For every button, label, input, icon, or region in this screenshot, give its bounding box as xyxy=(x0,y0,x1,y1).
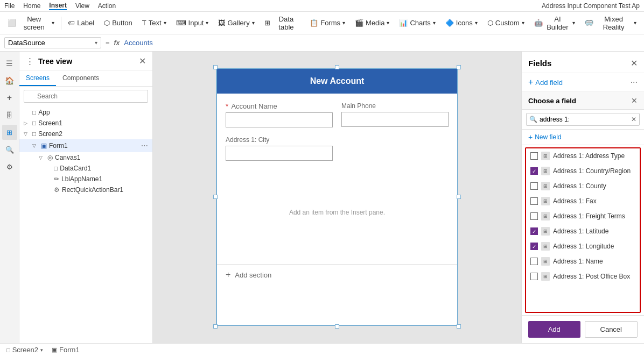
menu-insert[interactable]: Insert xyxy=(49,2,67,10)
panel-close-icon[interactable]: ✕ xyxy=(631,58,638,68)
tree-item-canvas1[interactable]: ▽ ◎ Canvas1 xyxy=(19,152,152,163)
tree-item-form1[interactable]: ▽ ▣ Form1 ··· xyxy=(19,139,152,152)
field-search-container: 🔍 ✕ xyxy=(522,110,644,130)
tree-item-screen1[interactable]: ▷ □ Screen1 xyxy=(19,118,152,129)
forms-chevron: ▾ xyxy=(342,20,345,26)
field-item-county[interactable]: ⊞ Address 1: County xyxy=(526,179,640,194)
custom-label: Custom xyxy=(495,19,520,27)
field-item-fax[interactable]: ⊞ Address 1: Fax xyxy=(526,194,640,209)
form-header: New Account xyxy=(217,69,457,94)
menu-home[interactable]: Home xyxy=(23,2,40,10)
input-button[interactable]: ⌨ Input ▾ xyxy=(172,17,213,29)
new-screen-button[interactable]: ⬜ New screen ▾ xyxy=(3,13,59,33)
add-button[interactable]: Add xyxy=(528,321,580,338)
sidebar-close-icon[interactable]: ✕ xyxy=(139,56,146,66)
main-layout: ☰ 🏠 + 🗄 ⊞ 🔍 ⚙ ⋮ Tree view ✕ Screens Comp… xyxy=(0,52,644,343)
form1-label: Form1 xyxy=(49,142,139,149)
strip-home-icon[interactable]: 🏠 xyxy=(2,73,17,88)
field-search-input[interactable] xyxy=(526,113,640,126)
data-table-button[interactable]: ⊞ Data table xyxy=(260,13,305,33)
tree-item-rectquick[interactable]: ⚙ RectQuickActionBar1 xyxy=(19,184,152,195)
field-list: ⊞ Address 1: Address Type ✓ ⊞ Address 1:… xyxy=(525,147,641,313)
field-checkbox-fax[interactable] xyxy=(530,197,538,205)
field-item-freight-terms[interactable]: ⊞ Address 1: Freight Terms xyxy=(526,209,640,224)
mixed-reality-button[interactable]: 🥽 Mixed Reality ▾ xyxy=(580,13,641,33)
status-screen[interactable]: □ Screen2 ▾ xyxy=(6,346,43,354)
account-name-input[interactable] xyxy=(226,112,333,127)
field-type-icon-5: ⊞ xyxy=(541,212,550,220)
field-label-county: Address 1: County xyxy=(553,182,606,190)
datasource-dropdown[interactable]: DataSource ▾ xyxy=(4,37,101,48)
tree-item-lblappname1[interactable]: ✏ LblAppName1 xyxy=(19,174,152,184)
tree-item-app[interactable]: □ App xyxy=(19,107,152,118)
main-phone-label: Main Phone xyxy=(341,102,449,110)
tab-components[interactable]: Components xyxy=(56,71,106,86)
cancel-button[interactable]: Cancel xyxy=(585,321,638,338)
choose-field-close-icon[interactable]: ✕ xyxy=(631,96,638,105)
field-checkbox-post-office-box[interactable] xyxy=(530,273,538,280)
strip-search-icon[interactable]: 🔍 xyxy=(2,142,17,157)
field-checkbox-county[interactable] xyxy=(530,182,538,190)
button-label: Button xyxy=(112,19,132,27)
strip-settings-icon[interactable]: ⚙ xyxy=(2,159,17,174)
custom-button[interactable]: ⬡ Custom ▾ xyxy=(483,17,529,29)
field-label-address-type: Address 1: Address Type xyxy=(553,152,625,160)
canvas-area: New Account * Account Name Main Phone xyxy=(153,52,521,343)
add-field-more-icon[interactable]: ··· xyxy=(631,77,638,87)
tab-screens[interactable]: Screens xyxy=(19,71,56,86)
field-item-name[interactable]: ⊞ Address 1: Name xyxy=(526,254,640,269)
menu-action[interactable]: Action xyxy=(98,2,116,10)
main-phone-input[interactable] xyxy=(341,112,449,127)
charts-button[interactable]: 📊 Charts ▾ xyxy=(395,17,439,29)
strip-database-icon[interactable]: 🗄 xyxy=(2,108,17,123)
field-checkbox-country-region[interactable]: ✓ xyxy=(530,167,538,175)
field-item-country-region[interactable]: ✓ ⊞ Address 1: Country/Region xyxy=(526,163,640,179)
address-city-input[interactable] xyxy=(226,146,333,161)
media-button[interactable]: 🎬 Media ▾ xyxy=(351,17,394,29)
menu-file[interactable]: File xyxy=(4,2,15,10)
text-button[interactable]: T Text ▾ xyxy=(138,17,171,29)
sidebar: ⋮ Tree view ✕ Screens Components □ App ▷… xyxy=(19,52,153,343)
new-field-row[interactable]: + New field xyxy=(522,130,644,145)
field-item-address-type[interactable]: ⊞ Address 1: Address Type xyxy=(526,148,640,163)
field-label-post-office-box: Address 1: Post Office Box xyxy=(553,273,630,280)
field-checkbox-freight-terms[interactable] xyxy=(530,212,538,220)
ai-builder-button[interactable]: 🤖 AI Builder ▾ xyxy=(530,13,579,33)
strip-hamburger-icon[interactable]: ☰ xyxy=(2,56,17,71)
field-label-fax: Address 1: Fax xyxy=(553,197,597,205)
tree-item-screen2[interactable]: ▽ □ Screen2 xyxy=(19,129,152,139)
datacard1-icon: □ xyxy=(54,165,58,172)
field-item-longitude[interactable]: ✓ ⊞ Address 1: Longitude xyxy=(526,239,640,254)
icons-button[interactable]: 🔷 Icons ▾ xyxy=(441,17,482,29)
status-form[interactable]: ▣ Form1 xyxy=(52,346,80,354)
tree-item-datacard1[interactable]: □ DataCard1 xyxy=(19,163,152,174)
screen2-expand: ▽ xyxy=(24,131,30,137)
canvas-drop-area: Add an item from the Insert pane. xyxy=(226,169,449,255)
gallery-button[interactable]: 🖼 Gallery ▾ xyxy=(214,17,258,29)
left-icon-strip: ☰ 🏠 + 🗄 ⊞ 🔍 ⚙ xyxy=(0,52,19,343)
charts-icon: 📊 xyxy=(399,19,408,27)
strip-insert-icon[interactable]: ⊞ xyxy=(2,125,17,140)
field-checkbox-longitude[interactable]: ✓ xyxy=(530,243,538,250)
field-checkbox-latitude[interactable]: ✓ xyxy=(530,227,538,235)
mixed-reality-label: Mixed Reality xyxy=(596,15,632,31)
media-chevron: ▾ xyxy=(387,20,389,26)
label-button[interactable]: 🏷 Label xyxy=(64,17,99,29)
form1-icon: ▣ xyxy=(41,142,47,149)
add-field-row[interactable]: + Add field ··· xyxy=(522,73,644,92)
button-button[interactable]: ⬡ Button xyxy=(100,17,137,29)
field-item-latitude[interactable]: ✓ ⊞ Address 1: Latitude xyxy=(526,224,640,239)
search-input[interactable] xyxy=(24,90,148,103)
text-label: Text xyxy=(149,19,162,27)
field-item-post-office-box[interactable]: ⊞ Address 1: Post Office Box xyxy=(526,269,640,284)
add-section-row[interactable]: + Add section xyxy=(217,264,457,285)
field-checkbox-address-type[interactable] xyxy=(530,152,538,160)
field-search-clear-icon[interactable]: ✕ xyxy=(631,116,636,123)
strip-plus-icon[interactable]: + xyxy=(2,90,17,105)
menu-view[interactable]: View xyxy=(75,2,89,10)
forms-button[interactable]: 📋 Forms ▾ xyxy=(305,17,349,29)
input-icon: ⌨ xyxy=(176,19,186,27)
form1-more-icon[interactable]: ··· xyxy=(141,141,148,151)
sidebar-tabs: Screens Components xyxy=(19,71,152,87)
field-checkbox-name[interactable] xyxy=(530,258,538,265)
